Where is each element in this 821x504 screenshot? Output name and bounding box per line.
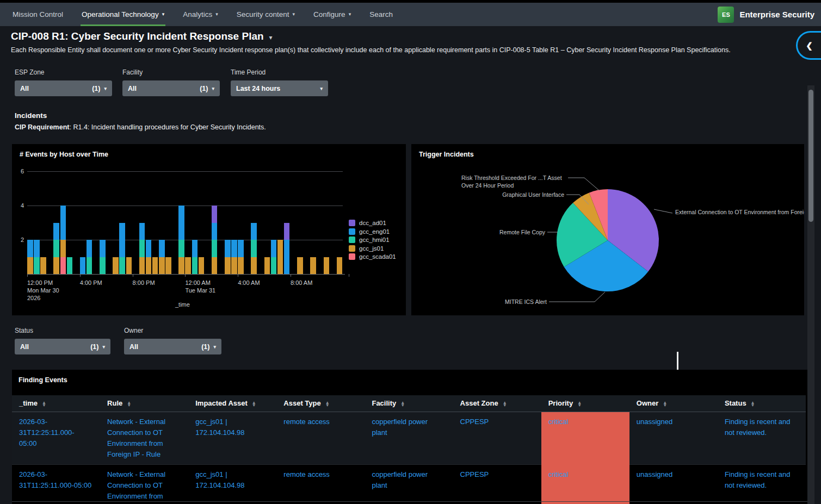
cell-facility[interactable]: copperfield power plant: [365, 464, 453, 504]
nav-item-security-content[interactable]: Security content▾: [227, 3, 304, 26]
column-header-owner[interactable]: Owner▲▼: [629, 395, 718, 412]
legend-item-gcc_hmi01[interactable]: gcc_hmi01: [349, 237, 396, 243]
bar-segment-gcc_eng01[interactable]: [178, 206, 184, 240]
bar-segment-gcc_eng01[interactable]: [60, 206, 66, 240]
bar-segment-gcc_js01[interactable]: [40, 257, 46, 275]
column-header-impacted_asset[interactable]: Impacted Asset▲▼: [188, 395, 276, 412]
sort-icon[interactable]: ▲▼: [503, 401, 507, 407]
bar-segment-gcc_eng01[interactable]: [159, 240, 165, 257]
bar-segment-gcc_js01[interactable]: [238, 257, 244, 275]
sort-icon[interactable]: ▲▼: [577, 401, 582, 407]
bar-segment-gcc_hmi01[interactable]: [100, 257, 106, 275]
bar-segment-gcc_eng01[interactable]: [146, 240, 152, 257]
bar-segment-gcc_js01[interactable]: [324, 257, 330, 275]
sort-icon[interactable]: ▲▼: [252, 401, 256, 407]
filter-dropdown-owner[interactable]: All(1)▾: [124, 339, 221, 354]
legend-item-dcc_ad01[interactable]: dcc_ad01: [349, 220, 396, 226]
column-header-priority[interactable]: Priority▲▼: [541, 395, 629, 412]
cell-rule[interactable]: Network - External Connection to OT Envi…: [100, 464, 188, 504]
cell-rule[interactable]: Network - External Connection to OT Envi…: [100, 412, 188, 464]
bar-segment-gcc_js01[interactable]: [159, 257, 165, 275]
column-header-status[interactable]: Status▲▼: [718, 395, 806, 412]
bar-segment-gcc_hmi01[interactable]: [139, 240, 145, 257]
bar-segment-gcc_eng01[interactable]: [212, 223, 218, 240]
sort-icon[interactable]: ▲▼: [400, 401, 405, 407]
filter-dropdown-status[interactable]: All(1)▾: [15, 339, 110, 354]
bar-segment-gcc_js01[interactable]: [53, 257, 59, 275]
bar-segment-gcc_hmi01[interactable]: [192, 257, 198, 275]
bar-segment-gcc_hmi01[interactable]: [251, 240, 257, 257]
bar-segment-gcc_js01[interactable]: [139, 257, 145, 275]
bar-segment-gcc_js01[interactable]: [185, 257, 191, 275]
nav-item-search[interactable]: Search: [360, 3, 402, 26]
cell-owner[interactable]: unassigned: [629, 412, 718, 464]
bar-segment-dcc_ad01[interactable]: [212, 206, 218, 223]
bar-segment-gcc_js01[interactable]: [178, 257, 184, 275]
bar-segment-gcc_hmi01[interactable]: [212, 240, 218, 257]
bar-segment-gcc_hmi01[interactable]: [67, 257, 73, 275]
legend-item-gcc_eng01[interactable]: gcc_eng01: [349, 228, 396, 235]
bar-segment-gcc_js01[interactable]: [225, 257, 231, 275]
bar-segment-gcc_js01[interactable]: [113, 257, 119, 275]
nav-item-operational-technology[interactable]: Operational Technology▾: [72, 3, 174, 26]
sort-icon[interactable]: ▲▼: [751, 401, 755, 407]
bar-segment-gcc_js01[interactable]: [310, 257, 316, 275]
cell-facility[interactable]: copperfield power plant: [365, 412, 453, 464]
bar-segment-gcc_hmi01[interactable]: [178, 240, 184, 257]
bar-segment-gcc_js01[interactable]: [251, 257, 257, 275]
cell-owner[interactable]: unassigned: [629, 464, 718, 504]
bar-segment-gcc_js01[interactable]: [297, 257, 303, 275]
bar-segment-gcc_eng01[interactable]: [80, 257, 86, 275]
bar-segment-gcc_js01[interactable]: [212, 257, 218, 275]
legend-item-gcc_js01[interactable]: gcc_js01: [349, 245, 396, 252]
bar-segment-gcc_js01[interactable]: [337, 257, 343, 275]
bar-segment-gcc_hmi01[interactable]: [34, 257, 40, 275]
filter-dropdown-facility[interactable]: All(1)▾: [122, 80, 220, 96]
legend-item-gcc_scada01[interactable]: gcc_scada01: [349, 253, 396, 260]
bar-segment-gcc_hmi01[interactable]: [87, 257, 92, 275]
bar-segment-gcc_eng01[interactable]: [284, 240, 290, 274]
bar-segment-gcc_eng01[interactable]: [87, 240, 92, 257]
bar-segment-gcc_eng01[interactable]: [231, 240, 237, 257]
page-title[interactable]: CIP-008 R1: Cyber Security Incident Resp…: [11, 30, 273, 42]
column-header-rule[interactable]: Rule▲▼: [100, 395, 188, 412]
cell-time[interactable]: 2026-03- 31T12:25:11.000- 05:00: [12, 412, 100, 464]
bar-segment-gcc_eng01[interactable]: [34, 240, 40, 257]
nav-item-configure[interactable]: Configure▾: [304, 3, 360, 26]
cell-priority[interactable]: critical: [541, 412, 629, 464]
cell-asset_type[interactable]: remote access: [276, 412, 365, 464]
bar-segment-gcc_js01[interactable]: [199, 257, 205, 275]
sort-icon[interactable]: ▲▼: [325, 401, 330, 407]
bar-segment-gcc_eng01[interactable]: [119, 223, 125, 257]
filter-dropdown-time-period[interactable]: Last 24 hours▾: [231, 80, 328, 96]
bar-segment-gcc_hmi01[interactable]: [271, 257, 277, 275]
bar-segment-gcc_js01[interactable]: [231, 257, 237, 275]
column-header-facility[interactable]: Facility▲▼: [365, 395, 453, 412]
cell-asset_zone[interactable]: CPPESP: [453, 412, 541, 464]
bar-segment-gcc_js01[interactable]: [146, 257, 152, 275]
bar-segment-gcc_eng01[interactable]: [271, 240, 277, 257]
column-header-asset_type[interactable]: Asset Type▲▼: [276, 395, 365, 412]
bar-segment-gcc_eng01[interactable]: [139, 223, 145, 240]
bar-segment-gcc_js01[interactable]: [60, 240, 66, 257]
column-header-time[interactable]: _time▲▼: [12, 395, 100, 412]
bar-segment-gcc_eng01[interactable]: [251, 223, 257, 240]
cell-asset_type[interactable]: remote access: [276, 464, 365, 504]
column-header-asset_zone[interactable]: Asset Zone▲▼: [453, 395, 541, 412]
bar-segment-gcc_js01[interactable]: [264, 257, 270, 275]
sort-icon[interactable]: ▲▼: [663, 401, 667, 407]
cell-status[interactable]: Finding is recent and not reviewed.: [718, 412, 806, 464]
bar-segment-gcc_eng01[interactable]: [192, 240, 198, 257]
bar-segment-gcc_js01[interactable]: [152, 257, 158, 275]
bar-segment-gcc_scada01[interactable]: [60, 257, 66, 275]
bar-segment-gcc_hmi01[interactable]: [53, 240, 59, 257]
sort-icon[interactable]: ▲▼: [127, 401, 131, 407]
bar-segment-gcc_eng01[interactable]: [53, 223, 59, 240]
bar-segment-gcc_eng01[interactable]: [27, 240, 33, 257]
scrollbar-thumb[interactable]: [808, 90, 813, 222]
pie-chart[interactable]: External Connection to OT Environment fr…: [411, 144, 804, 315]
sort-icon[interactable]: ▲▼: [42, 401, 46, 407]
bar-segment-gcc_eng01[interactable]: [238, 240, 244, 257]
bar-segment-gcc_js01[interactable]: [126, 257, 132, 275]
cell-status[interactable]: Finding is recent and not reviewed.: [718, 464, 806, 504]
